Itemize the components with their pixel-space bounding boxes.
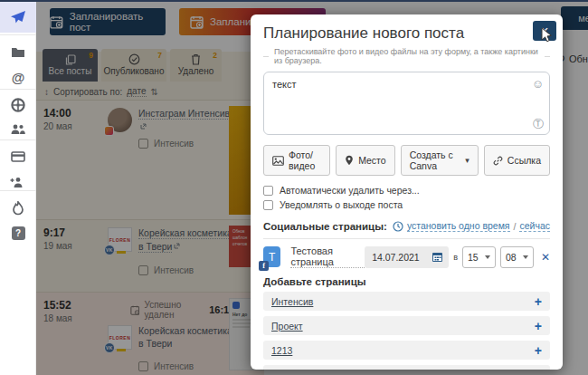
list-item[interactable]: Интенсив +: [263, 292, 550, 311]
clock-icon: [393, 221, 403, 232]
chevron-down-icon: ▾: [465, 156, 469, 165]
link-button[interactable]: Ссылка: [484, 145, 550, 176]
canva-button[interactable]: Создать с Canva ▾: [401, 145, 479, 176]
paper-plane-icon: [10, 10, 26, 24]
modal-title: Планирование нового поста: [263, 24, 550, 43]
post-editor: текст ☺ Ⓣ: [263, 72, 550, 139]
flame-icon: [12, 201, 24, 216]
auto-delete-checkbox-row[interactable]: Автоматически удалить через...: [263, 183, 550, 197]
sidebar-item-projects[interactable]: [0, 38, 36, 65]
sidebar-item-help[interactable]: ?: [0, 219, 36, 246]
page-link[interactable]: 1213: [271, 345, 292, 356]
sidebar-divider: [0, 34, 36, 35]
avatar-letter: T: [269, 251, 275, 264]
minute-select[interactable]: 08: [500, 246, 534, 268]
now-link[interactable]: сейчас: [519, 220, 550, 232]
auto-delete-label: Автоматически удалить через...: [280, 185, 420, 196]
separator: /: [514, 221, 517, 232]
people-icon: [10, 124, 26, 135]
facebook-badge-icon: f: [259, 261, 269, 271]
date-input[interactable]: [372, 252, 426, 263]
chevron-down-icon: [523, 255, 528, 259]
date-field[interactable]: [365, 246, 449, 268]
add-page-button[interactable]: +: [535, 319, 542, 333]
page-name-link[interactable]: Тестовая страница: [290, 245, 365, 268]
subtitle-text: Перетаскивайте фото и видео файлы на эту…: [274, 47, 539, 65]
sidebar-item-hot[interactable]: [0, 195, 36, 222]
sidebar: @ ?: [0, 2, 36, 375]
calendar-icon[interactable]: [432, 251, 443, 263]
sidebar-divider: [0, 139, 36, 140]
at-icon: @: [12, 70, 25, 85]
page-link[interactable]: Проект: [271, 321, 303, 332]
time-links: установить одно время / сейчас: [393, 220, 550, 232]
sidebar-item-helm[interactable]: [0, 91, 36, 119]
link-icon: [493, 156, 503, 166]
checkbox[interactable]: [263, 186, 273, 196]
social-pages-header: Социальные страницы:: [263, 221, 387, 232]
hour-select[interactable]: 15: [462, 246, 496, 268]
notify-checkbox-row[interactable]: Уведомлять о выходе поста: [263, 197, 550, 212]
add-pages-header: Добавьте страницы: [263, 276, 550, 287]
add-pages-list: Интенсив + Проект + 1213 + Проект1 + Без…: [263, 292, 550, 370]
app-window: @ ? Запланировать пост Запла: [0, 0, 588, 375]
schedule-controls: в 15 08 ✕: [365, 246, 550, 268]
page-avatar: T f: [263, 246, 280, 267]
card-icon: [11, 151, 25, 162]
sidebar-item-posts[interactable]: [0, 2, 36, 33]
canva-label: Создать с Canva: [410, 149, 461, 171]
image-icon: [272, 156, 284, 166]
add-page-button[interactable]: +: [535, 343, 542, 358]
place-label: Место: [358, 155, 386, 166]
page-link[interactable]: Проект1: [271, 370, 308, 370]
social-pages-header-row: Социальные страницы: установить одно вре…: [263, 220, 550, 232]
preposition-label: в: [453, 253, 458, 262]
modal-subtitle: Перетаскивайте фото и видео файлы на эту…: [263, 47, 550, 65]
minute-value: 08: [506, 252, 517, 263]
text-tool-icon[interactable]: Ⓣ: [533, 119, 544, 130]
sidebar-divider: [0, 89, 36, 90]
add-person-icon: [10, 177, 26, 188]
chevron-down-icon: [485, 255, 490, 259]
divider: [263, 238, 550, 239]
attach-toolbar: Фото/видео Место Создать с Canva ▾ Ссылк…: [263, 145, 550, 176]
question-icon: ?: [12, 226, 25, 240]
sidebar-item-invite[interactable]: [0, 168, 36, 196]
mouse-cursor-icon: [541, 27, 555, 43]
sidebar-divider: [0, 190, 36, 191]
list-item[interactable]: Проект +: [263, 316, 550, 335]
post-text-input[interactable]: текст: [263, 72, 550, 135]
notify-label: Уведомлять о выходе поста: [280, 199, 403, 210]
place-button[interactable]: Место: [336, 145, 395, 176]
photo-video-label: Фото/видео: [289, 149, 321, 171]
add-page-button[interactable]: +: [535, 368, 542, 370]
helm-icon: [11, 98, 25, 112]
remove-page-button[interactable]: ✕: [541, 251, 550, 264]
list-item[interactable]: 1213 +: [263, 341, 550, 360]
sidebar-item-accounts[interactable]: @: [0, 63, 36, 91]
add-page-button[interactable]: +: [535, 294, 542, 309]
list-item[interactable]: Проект1 +: [263, 365, 550, 370]
link-label: Ссылка: [507, 155, 541, 166]
location-pin-icon: [345, 155, 354, 166]
sidebar-item-billing[interactable]: [0, 143, 36, 170]
folder-icon: [11, 46, 25, 58]
checkbox[interactable]: [263, 200, 273, 210]
set-one-time-link[interactable]: установить одно время: [407, 220, 510, 232]
emoji-icon[interactable]: ☺: [532, 78, 544, 90]
photo-video-button[interactable]: Фото/видео: [263, 145, 330, 176]
page-link[interactable]: Интенсив: [271, 296, 313, 307]
options: Автоматически удалить через... Уведомлят…: [263, 183, 550, 212]
hour-value: 15: [468, 252, 479, 263]
selected-page-row: T f Тестовая страница в 15 08 ✕: [263, 245, 550, 269]
new-post-modal: ✕ Планирование нового поста Перетаскивай…: [251, 14, 563, 370]
